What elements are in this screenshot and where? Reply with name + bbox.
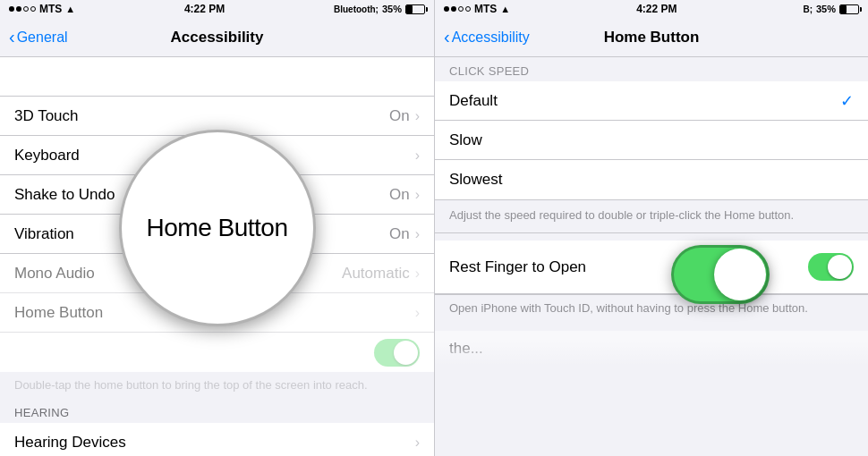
battery-fill — [406, 5, 413, 13]
slow-speed-label: Slow — [449, 131, 854, 149]
right-nav-title: Home Button — [604, 29, 700, 46]
rest-finger-row[interactable]: Rest Finger to Open — [435, 241, 868, 294]
left-nav-title: Accessibility — [171, 29, 264, 46]
reachability-toggle-row[interactable] — [0, 333, 434, 372]
vibration-value: On — [389, 225, 410, 243]
battery-pct: 35% — [382, 4, 402, 14]
left-nav-bar: ‹ General Accessibility — [0, 18, 434, 57]
signal-dot-1 — [9, 6, 14, 12]
rest-finger-toggle-knob — [828, 255, 852, 279]
right-status-right: B; 35% — [803, 4, 859, 14]
right-signal-dots — [444, 6, 471, 12]
truncated-row: the... — [435, 331, 868, 367]
right-nav-bar: ‹ Accessibility Home Button — [435, 18, 868, 57]
big-toggle-knob — [714, 249, 766, 300]
right-carrier-label: MTS — [474, 3, 497, 15]
vibration-chevron: › — [415, 226, 420, 242]
slow-speed-row[interactable]: Slow — [435, 121, 868, 160]
3d-touch-label: 3D Touch — [14, 107, 389, 125]
left-back-label: General — [17, 30, 68, 46]
right-status-bar: MTS ▲ 4:22 PM B; 35% — [435, 0, 868, 18]
home-button-chevron: › — [415, 305, 420, 321]
bluetooth-icon: Bluetooth; — [334, 4, 379, 14]
right-bluetooth-icon: B; — [803, 4, 813, 14]
reachability-toggle[interactable] — [374, 339, 420, 367]
hearing-settings-group: Hearing Devices › LED Flash for Alerts O… — [0, 423, 434, 456]
right-wifi-icon: ▲ — [500, 4, 510, 14]
slowest-speed-label: Slowest — [449, 171, 854, 189]
rest-finger-toggle[interactable] — [808, 253, 854, 281]
mono-audio-value: Automatic — [342, 265, 410, 283]
shake-to-undo-value: On — [389, 186, 410, 204]
right-battery-fill — [840, 5, 847, 13]
carrier-label: MTS — [39, 3, 62, 15]
right-battery-icon — [839, 4, 859, 14]
default-speed-label: Default — [449, 92, 840, 110]
signal-dot-3 — [23, 6, 29, 12]
r-signal-dot-1 — [444, 6, 449, 12]
left-status-left: MTS ▲ — [9, 3, 75, 15]
left-status-right: Bluetooth; 35% — [334, 4, 425, 14]
right-back-chevron-icon: ‹ — [444, 27, 450, 47]
wifi-icon: ▲ — [65, 4, 75, 14]
magnifier-text: Home Button — [147, 214, 288, 242]
left-time: 4:22 PM — [184, 3, 225, 15]
hearing-devices-row[interactable]: Hearing Devices › — [0, 423, 434, 456]
default-speed-row[interactable]: Default ✓ — [435, 81, 868, 121]
r-signal-dot-2 — [451, 6, 456, 12]
click-speed-header: CLICK SPEED — [435, 57, 868, 81]
right-panel: MTS ▲ 4:22 PM B; 35% ‹ Accessibility Hom… — [434, 0, 868, 456]
big-toggle-container — [671, 245, 770, 304]
3d-touch-value: On — [389, 107, 410, 125]
signal-dot-4 — [30, 6, 36, 12]
right-back-button[interactable]: ‹ Accessibility — [444, 28, 530, 47]
default-checkmark-icon: ✓ — [840, 91, 854, 111]
right-back-label: Accessibility — [452, 30, 530, 46]
left-panel: MTS ▲ 4:22 PM Bluetooth; 35% ‹ General A… — [0, 0, 434, 456]
left-status-bar: MTS ▲ 4:22 PM Bluetooth; 35% — [0, 0, 434, 18]
3d-touch-chevron: › — [415, 108, 420, 124]
mono-audio-chevron: › — [415, 266, 420, 282]
r-signal-dot-4 — [465, 6, 471, 12]
back-chevron-icon: ‹ — [9, 27, 15, 47]
speed-options-group: Default ✓ Slow Slowest — [435, 81, 868, 199]
hearing-devices-chevron: › — [415, 435, 420, 451]
left-back-button[interactable]: ‹ General — [9, 28, 68, 47]
keyboard-chevron: › — [415, 148, 420, 164]
slowest-speed-row[interactable]: Slowest — [435, 160, 868, 199]
r-signal-dot-3 — [458, 6, 464, 12]
right-status-left: MTS ▲ — [444, 3, 510, 15]
right-time: 4:22 PM — [636, 3, 677, 15]
shake-to-undo-chevron: › — [415, 187, 420, 203]
hearing-section-header: HEARING — [0, 401, 434, 423]
click-speed-description: Adjust the speed required to double or t… — [435, 199, 868, 233]
signal-dots — [9, 6, 36, 12]
reachability-toggle-knob — [394, 341, 418, 365]
blank-top-row — [0, 57, 434, 97]
right-battery-pct: 35% — [816, 4, 836, 14]
reachability-description: Double-tap the home button to bring the … — [0, 372, 434, 401]
magnifier-overlay: Home Button — [119, 130, 316, 326]
rest-finger-section: Rest Finger to Open Open iPhone with Tou… — [435, 241, 868, 324]
hearing-devices-label: Hearing Devices — [14, 434, 415, 452]
battery-icon — [405, 4, 425, 14]
truncated-label: the... — [449, 340, 483, 358]
rest-finger-description: Open iPhone with Touch ID, without havin… — [435, 294, 868, 324]
right-panel-content: CLICK SPEED Default ✓ Slow Slowest Adjus… — [435, 57, 868, 456]
big-toggle-switch[interactable] — [671, 245, 770, 304]
signal-dot-2 — [16, 6, 21, 12]
